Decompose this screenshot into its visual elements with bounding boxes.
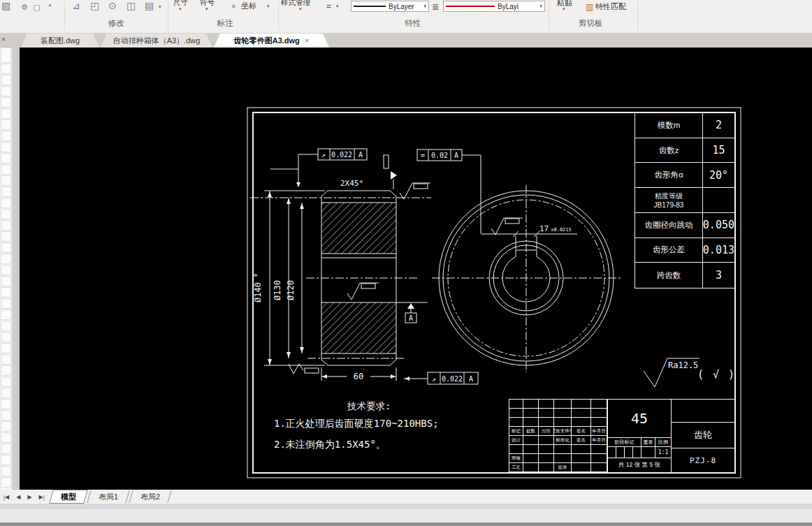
title-block-cell: [554, 445, 572, 454]
tab-overflow-icon[interactable]: ×: [1, 36, 6, 43]
title-block-cell: [539, 400, 554, 409]
chevron-down-icon[interactable]: ▾: [205, 6, 208, 12]
gear-param-label: 齿形公差: [635, 238, 703, 263]
chevron-down-icon[interactable]: ▾: [563, 6, 565, 12]
title-block-cell: [572, 409, 591, 418]
chevron-down-icon[interactable]: ▾: [299, 6, 302, 12]
chevron-down-icon[interactable]: ▾: [421, 3, 426, 9]
ribbon: ▨ ⚙ ▢ ◔ ⊿ ◰ ⊙ ◫ ▤ ▾ 修改 尺寸 ▾ 符号 ▾ ⌖ 坐标 ▾ …: [0, 0, 812, 34]
chevron-down-icon[interactable]: ▾: [179, 6, 182, 12]
linetype-icon[interactable]: =: [326, 1, 331, 12]
tab-model[interactable]: 模型: [49, 490, 88, 504]
gear-table-row: 齿数z15: [635, 138, 734, 163]
gear-icon[interactable]: ⚙: [21, 1, 28, 13]
title-block-cell: 处数: [523, 427, 539, 436]
gear-param-value: 20°: [703, 163, 734, 188]
nav-prev-icon[interactable]: ◀: [16, 494, 20, 500]
title-block-cell: [539, 436, 554, 445]
stage-mark-cells: [607, 447, 641, 458]
close-icon[interactable]: ×: [305, 36, 309, 45]
style-manager-button[interactable]: 样式管理: [281, 0, 310, 8]
match-properties-icon[interactable]: ▥: [586, 1, 593, 13]
tab-layout1[interactable]: 布局1: [87, 490, 129, 503]
group-label-annotate: 标注: [207, 18, 243, 29]
linetype-select[interactable]: ByLayer ▾: [351, 1, 429, 12]
tab-label: 模型: [61, 490, 76, 503]
color-select[interactable]: ByLayi ▾: [443, 1, 545, 12]
material-cell: 45: [607, 400, 671, 438]
title-block-cell: [591, 454, 607, 463]
scale-tool-icon[interactable]: ⊿: [72, 0, 80, 11]
gear-param-value: 2: [703, 113, 734, 138]
linetype-sample: [354, 6, 386, 7]
fcf2-value: 0.02: [431, 152, 448, 159]
command-line-area[interactable]: [0, 509, 812, 523]
title-block-cell: [572, 454, 591, 463]
chamfer-dim: 2X45°: [340, 179, 363, 188]
file-tab-label: 齿轮零件图A3.dwg: [234, 36, 300, 45]
coordinate-button[interactable]: 坐标: [241, 1, 256, 11]
hatch-icon[interactable]: ▨: [1, 0, 10, 11]
stamp-tool-icon[interactable]: ◰: [90, 0, 99, 11]
title-block-cell: [554, 400, 572, 409]
nav-last-icon[interactable]: ▶|: [39, 494, 45, 500]
lineweight-icon[interactable]: ≣: [432, 1, 439, 13]
tab-label: 布局1: [99, 490, 118, 503]
title-block-cell: [591, 445, 607, 454]
dim-60: 60: [354, 372, 363, 381]
drawing-canvas[interactable]: 2X45° Ø140 0 Ø130 Ø120 60 17±0.0215 ↗ 0.…: [0, 48, 812, 490]
file-tab-gear-active[interactable]: 齿轮零件图A3.dwg×: [214, 34, 329, 48]
title-block-cell: [523, 445, 539, 454]
stage-box-cell: [625, 447, 633, 458]
gear-table-row: 精度等级JB179-83: [635, 188, 734, 213]
file-tab-label: 装配图.dwg: [41, 36, 80, 45]
stage-box-cell: [616, 447, 625, 458]
shape-icon[interactable]: ▢: [33, 1, 40, 13]
datum-label: A: [409, 314, 413, 322]
nav-next-icon[interactable]: ▶: [27, 494, 31, 500]
tech-req-line2: 2.未注倒角为1.5X45°。: [274, 439, 386, 450]
fcf3-value: 0.022: [442, 375, 463, 383]
title-block-cell: 年月日: [591, 436, 607, 445]
match-properties-button[interactable]: 特性匹配: [595, 1, 626, 12]
title-block-cell: 签名: [572, 436, 591, 445]
drawing-number: PZJ-8: [672, 448, 734, 472]
linetype-value: ByLayer: [389, 3, 414, 10]
rotate-tool-icon[interactable]: ⊙: [108, 0, 117, 11]
chevron-down-icon[interactable]: ▾: [537, 3, 542, 9]
box3d-tool-icon[interactable]: ◫: [126, 0, 136, 11]
file-tab-assembly[interactable]: 装配图.dwg: [21, 34, 99, 48]
group-label-modify: 修改: [98, 18, 134, 29]
gear-param-value: 0.050: [703, 213, 734, 238]
ribbon-separator: [278, 1, 279, 31]
title-block-cell: [572, 418, 591, 427]
stage-mark-label: 阶段标记: [607, 438, 641, 447]
chevron-down-icon[interactable]: ▾: [159, 4, 161, 10]
title-block-cell: [523, 463, 539, 472]
part-name: 齿轮: [672, 423, 734, 448]
title-block-cell: 设计: [509, 436, 523, 445]
fcf3-symbol: ↗: [432, 375, 436, 383]
chevron-down-icon[interactable]: ▾: [336, 3, 339, 9]
title-block-cell: [554, 454, 572, 463]
title-block-cell: [523, 400, 539, 409]
crosshair-icon[interactable]: ⌖: [231, 1, 236, 12]
title-block-cell: [523, 436, 539, 445]
orbit-icon[interactable]: ◔: [46, 0, 52, 11]
tab-layout2[interactable]: 布局2: [129, 490, 171, 503]
title-block-cell: [509, 445, 523, 454]
chevron-down-icon[interactable]: ▾: [267, 3, 270, 9]
gear-param-label: 齿数z: [635, 138, 703, 163]
gear-param-value: [703, 188, 734, 213]
edit-page-tool-icon[interactable]: ▤: [145, 0, 154, 11]
dim-d140: Ø140: [253, 282, 263, 302]
file-tab-label: 自动排种箱体（A3）.dwg: [113, 36, 201, 45]
nav-first-icon[interactable]: |◀: [3, 494, 9, 500]
title-block-cell: 工艺: [509, 463, 523, 472]
title-block-cell: 标准化: [554, 436, 572, 445]
file-tab-seedbox[interactable]: 自动排种箱体（A3）.dwg: [101, 34, 212, 48]
title-block-cell: 审核: [509, 454, 523, 463]
title-block-cell: 分区: [539, 427, 554, 436]
ribbon-separator: [637, 1, 638, 31]
title-block: 标记处数分区更改文件号签名年月日设计标准化签名年月日审核工艺批准 45 阶段标记…: [509, 399, 735, 473]
